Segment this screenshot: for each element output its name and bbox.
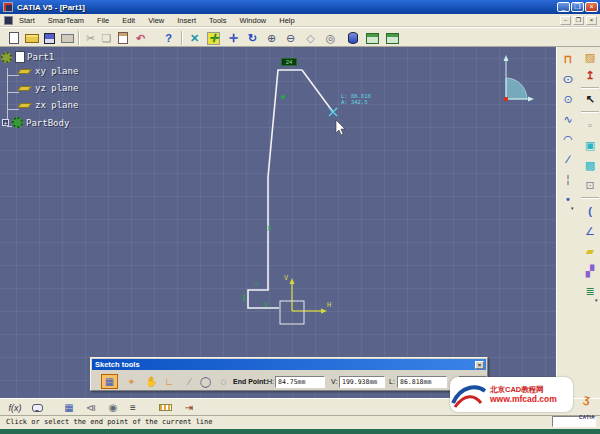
formula-icon[interactable]: f(x) <box>6 400 24 415</box>
conic-tool-icon[interactable]: ◠ <box>559 131 577 147</box>
grid-visualization-icon[interactable]: ▫ <box>581 117 599 133</box>
menu-view[interactable]: View <box>146 15 166 26</box>
grid-toggle-icon[interactable]: ▦ <box>101 374 118 389</box>
mdi-minimize-button[interactable]: – <box>560 16 571 25</box>
axis-tool-icon[interactable]: ¦ <box>559 171 577 187</box>
lock-icon[interactable]: ◉ <box>104 400 122 415</box>
cut-icon[interactable]: ✂ <box>82 30 99 46</box>
menu-start[interactable]: Start <box>17 15 37 26</box>
open-icon[interactable] <box>23 30 40 46</box>
menu-edit[interactable]: Edit <box>120 15 137 26</box>
v-field-input[interactable]: 199.938mm <box>339 376 385 388</box>
close-button[interactable]: × <box>585 2 598 12</box>
sketch-tools-palette[interactable]: Sketch tools × ▦ ⌖ ✋ ∟ ∕ ◯ ◌ End Point: … <box>90 357 488 391</box>
dimension-badge[interactable]: 24 <box>281 58 297 66</box>
tangent-arc-icon[interactable]: ◯ <box>197 374 214 389</box>
tree-item-partbody[interactable]: + PartBody <box>2 117 69 128</box>
named-views-icon[interactable]: ◎ <box>322 30 339 46</box>
menu-insert[interactable]: Insert <box>175 15 198 26</box>
new-document-icon[interactable] <box>5 30 22 46</box>
menu-window[interactable]: Window <box>238 15 269 26</box>
measure-ruler-icon[interactable] <box>156 400 174 415</box>
menu-help[interactable]: Help <box>277 15 296 26</box>
pan-icon[interactable]: ✛ <box>225 30 242 46</box>
trim-tool-icon[interactable]: ▰ <box>581 243 599 259</box>
exit-icon[interactable]: ⇥ <box>180 400 198 415</box>
exit-workbench-icon[interactable]: ↥ <box>581 67 599 83</box>
fly-mode-icon[interactable]: ✕ <box>186 30 203 46</box>
palette-title-bar[interactable]: Sketch tools × <box>92 359 486 370</box>
mdi-close-button[interactable]: × <box>586 16 597 25</box>
paste-icon[interactable] <box>114 30 131 46</box>
window-layout-1-icon[interactable] <box>364 30 381 46</box>
flyout-arrow-icon[interactable]: ▾ <box>571 205 574 211</box>
diagnostics-icon[interactable]: ⊡ <box>581 177 599 193</box>
zoom-in-icon[interactable]: ⊕ <box>263 30 280 46</box>
comments-icon[interactable] <box>28 400 46 415</box>
visualization-icon[interactable]: ▩ <box>581 157 599 173</box>
point-tool-icon[interactable]: • <box>559 191 577 207</box>
tree-item-zx-plane[interactable]: zx plane <box>17 100 78 110</box>
sketcher-viewport[interactable]: H V × ⊥ ∥ ∨ <box>0 47 556 398</box>
minimize-button[interactable]: _ <box>557 2 570 12</box>
list-icon[interactable]: ≡ <box>124 400 142 415</box>
svg-text:×: × <box>266 224 273 233</box>
geometrical-constraints-icon[interactable]: ∟ <box>161 374 178 389</box>
corner-tool-icon[interactable]: ( <box>581 203 599 219</box>
print-icon[interactable] <box>59 30 76 46</box>
tree-item-yz-plane[interactable]: yz plane <box>17 83 78 93</box>
status-message: Click or select the end point of the cur… <box>6 418 213 426</box>
h-field-input[interactable]: 84.75mm <box>275 376 325 388</box>
construction-element-icon[interactable]: ✋ <box>143 374 160 389</box>
watermark-site-name: 北京CAD教程网 <box>490 385 557 394</box>
zoom-out-icon[interactable]: ⊖ <box>282 30 299 46</box>
circle-tool-icon[interactable]: ⊙ <box>559 91 577 107</box>
window-layout-2-icon[interactable] <box>384 30 401 46</box>
select-arrow-icon[interactable]: ↖ <box>581 91 599 107</box>
l-field-input[interactable]: 86.818mm <box>397 376 447 388</box>
tree-expander-icon[interactable]: + <box>2 119 9 126</box>
fit-all-in-icon[interactable]: ✛ <box>205 30 222 46</box>
help-icon[interactable]: ? <box>160 30 177 46</box>
three-point-arc-icon[interactable]: ◌ <box>215 374 232 389</box>
mdi-restore-button[interactable]: ❒ <box>573 16 584 25</box>
render-style-icon[interactable] <box>344 30 361 46</box>
tree-item-part1[interactable]: Part1 <box>1 51 54 63</box>
partbody-gear-icon <box>12 117 23 128</box>
palette-close-icon[interactable]: × <box>475 361 484 369</box>
tree-item-label: yz plane <box>35 83 78 93</box>
sketch-canvas[interactable]: H V × ⊥ ∥ ∨ <box>0 47 556 398</box>
cut-part-icon[interactable]: ▣ <box>581 137 599 153</box>
toolbar-separator <box>581 197 599 199</box>
design-table-icon[interactable]: ▦ <box>60 400 78 415</box>
restore-button[interactable]: ❒ <box>571 2 584 12</box>
menu-tools[interactable]: Tools <box>207 15 229 26</box>
profile-tool-icon[interactable]: ⊓ <box>559 51 577 67</box>
save-icon[interactable] <box>41 30 58 46</box>
tree-item-xy-plane[interactable]: xy plane <box>17 66 78 76</box>
undo-icon[interactable]: ↶ <box>132 30 149 46</box>
menu-file[interactable]: File <box>95 15 111 26</box>
spline-tool-icon[interactable]: ∿ <box>559 111 577 127</box>
sketch-plane-compass <box>504 55 535 102</box>
line-tool-icon[interactable]: ∕ <box>559 151 577 167</box>
standard-toolbar: ✂ ❏ ↶ ? ✕ ✛ ✛ ↻ ⊕ ⊖ ◇ ◎ <box>0 27 600 47</box>
tree-item-label: PartBody <box>26 118 69 128</box>
snap-cross <box>329 108 337 116</box>
chamfer-tool-icon[interactable]: ∠ <box>581 223 599 239</box>
sketcher-workbench-icon[interactable]: ▨ <box>581 49 599 65</box>
normal-view-icon[interactable]: ◇ <box>302 30 319 46</box>
flyout-arrow-icon[interactable]: ▾ <box>595 297 598 303</box>
mirror-tool-icon[interactable]: ▞ <box>581 263 599 279</box>
ellipse-tool-icon[interactable]: ⊙ <box>557 71 580 87</box>
workspace: H V × ⊥ ∥ ∨ <box>0 47 600 398</box>
svg-text:⊥: ⊥ <box>253 278 260 287</box>
rotate-icon[interactable]: ↻ <box>244 30 261 46</box>
menu-smarteam[interactable]: SmarTeam <box>46 15 86 26</box>
dimensional-constraints-icon[interactable]: ∕ <box>181 374 198 389</box>
snap-to-point-icon[interactable]: ⌖ <box>123 374 140 389</box>
sketch-axes: H V <box>284 274 331 314</box>
copy-icon[interactable]: ❏ <box>98 30 115 46</box>
catia-swirl-icon: ʒ <box>574 391 600 408</box>
relations-icon[interactable]: ⧏ <box>82 400 100 415</box>
